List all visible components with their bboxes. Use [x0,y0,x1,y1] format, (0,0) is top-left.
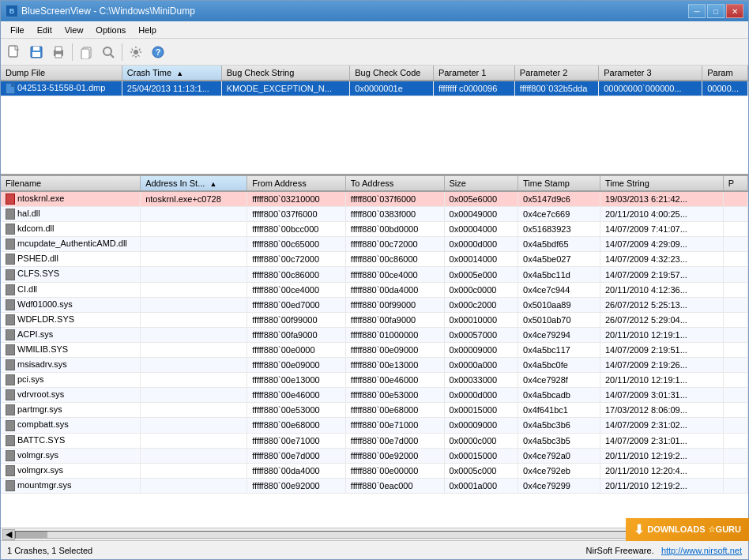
close-button[interactable]: ✕ [726,4,743,18]
module-cell: 14/07/2009 4:32:23... [600,252,723,267]
module-table: Filename Address In St... ▲ From Address… [1,176,748,494]
module-cell: mountmgr.sys [1,478,141,493]
module-table-container[interactable]: Filename Address In St... ▲ From Address… [1,176,748,528]
module-cell: 0x000c0000 [444,282,518,297]
module-cell: fffff880`00c65000 [247,237,346,252]
module-cell [141,267,247,282]
menu-options[interactable]: Options [89,23,132,37]
module-cell: 0x0000a000 [444,358,518,373]
col-param4[interactable]: Param [702,66,748,81]
crash-table-container[interactable]: Dump File Crash Time ▲ Bug Check String … [1,66,748,174]
col-param3[interactable]: Parameter 3 [599,66,702,81]
module-cell: fffff880`01000000 [345,327,444,342]
module-cell: CLFS.SYS [1,267,141,282]
toolbar-copy[interactable] [76,42,96,62]
menu-help[interactable]: Help [132,23,163,37]
lower-pane: Filename Address In St... ▲ From Address… [1,176,748,540]
toolbar-settings[interactable] [126,42,146,62]
file-icon [6,314,15,325]
table-row[interactable]: vdrvroot.sysfffff880`00e46000fffff880`00… [1,388,748,403]
col-param1[interactable]: Parameter 1 [433,66,514,81]
table-row[interactable]: volmgrx.sysfffff880`00da4000fffff880`00e… [1,463,748,478]
module-cell: fffff880`00e13000 [345,358,444,373]
module-cell: 0x00015000 [444,403,518,418]
cell-bug-check-code: 0x0000001e [350,81,434,96]
cell-param1: ffffffff c0000096 [433,81,514,96]
col-dump-file[interactable]: Dump File [1,66,122,81]
table-row[interactable]: CLFS.SYSfffff880`00c86000fffff880`00ce40… [1,267,748,282]
table-row[interactable]: BATTC.SYSfffff880`00e71000fffff880`00e7d… [1,433,748,448]
module-cell: fffff880`00fa9000 [247,327,346,342]
col-bug-check-code[interactable]: Bug Check Code [350,66,434,81]
table-row[interactable]: CI.dllfffff880`00ce4000fffff880`00da4000… [1,282,748,297]
maximize-button[interactable]: □ [707,4,725,18]
module-cell: 0x4a5be027 [518,252,600,267]
module-cell: 0x4ce792a0 [518,448,600,463]
table-row[interactable]: mcupdate_AuthenticAMD.dllfffff880`00c650… [1,237,748,252]
menu-file[interactable]: File [4,23,31,37]
table-row[interactable]: compbatt.sysfffff880`00e68000fffff880`00… [1,418,748,433]
table-row[interactable]: Wdf01000.sysfffff880`00ed7000fffff880`00… [1,297,748,312]
toolbar-new[interactable] [4,42,24,62]
file-icon [6,480,15,491]
toolbar-separator-1 [72,43,73,61]
col-address[interactable]: Address In St... ▲ [141,176,247,191]
table-row[interactable]: ACPI.sysfffff880`00fa9000fffff880`010000… [1,327,748,342]
toolbar-save[interactable] [26,42,47,62]
cell-param3: 00000000`000000... [599,81,702,96]
cell-crash-time: 25/04/2013 11:13:1... [122,81,221,96]
cell-bug-check-string: KMODE_EXCEPTION_N... [221,81,350,96]
col-crash-time[interactable]: Crash Time ▲ [122,66,221,81]
module-cell: 0x4a5bc0fe [518,358,600,373]
col-size[interactable]: Size [444,176,518,191]
col-time-string[interactable]: Time String [600,176,723,191]
col-timestamp[interactable]: Time Stamp [518,176,600,191]
table-row[interactable]: partmgr.sysfffff880`00e53000fffff880`00e… [1,403,748,418]
table-row[interactable]: kdcom.dllfffff880`00bcc000fffff880`00bd0… [1,222,748,237]
toolbar-print[interactable] [48,42,69,62]
col-param2[interactable]: Parameter 2 [514,66,598,81]
toolbar: ? [1,39,748,66]
module-cell: fffff880`00da4000 [345,282,444,297]
module-cell: fffff880`00e09000 [345,342,444,357]
module-cell: 0x00010000 [444,312,518,327]
table-row[interactable]: hal.dllfffff800`037f6000fffff800`0383f00… [1,207,748,222]
table-row[interactable]: ntoskrnl.exentoskrnl.exe+c0728fffff800`0… [1,191,748,207]
table-row[interactable]: pci.sysfffff880`00e13000fffff880`00e4600… [1,373,748,388]
module-table-header: Filename Address In St... ▲ From Address… [1,176,748,191]
module-cell [141,433,247,448]
table-row[interactable]: WDFLDR.SYSfffff880`00f99000fffff880`00fa… [1,312,748,327]
module-cell: 14/07/2009 7:41:07... [600,222,723,237]
status-center: NirSoft Freeware. http://www.nirsoft.net [586,546,742,555]
table-row[interactable]: PSHED.dllfffff880`00c72000fffff880`00c86… [1,252,748,267]
table-row[interactable]: msisadrv.sysfffff880`00e09000fffff880`00… [1,358,748,373]
module-cell: 0x4a5bcadb [518,388,600,403]
file-icon [6,224,15,235]
col-from-address[interactable]: From Address [247,176,346,191]
module-cell: pci.sys [1,373,141,388]
table-row[interactable]: volmgr.sysfffff880`00e7d000fffff880`00e9… [1,448,748,463]
module-cell [723,312,747,327]
status-link[interactable]: http://www.nirsoft.net [661,546,742,555]
module-cell: fffff880`00e00000 [345,463,444,478]
table-row[interactable]: WMILIB.SYSfffff880`00e0000fffff880`00e09… [1,342,748,357]
col-p[interactable]: P [723,176,747,191]
minimize-button[interactable]: ─ [688,4,706,18]
toolbar-help[interactable]: ? [148,42,168,62]
module-cell [723,373,747,388]
toolbar-search[interactable] [98,42,119,62]
module-cell [141,403,247,418]
col-to-address[interactable]: To Address [345,176,444,191]
table-row[interactable]: 042513-51558-01.dmp 25/04/2013 11:13:1..… [1,81,748,96]
cell-dump-file: 042513-51558-01.dmp [1,81,122,96]
module-cell: 0x4ce79294 [518,327,600,342]
hscroll-thumb[interactable] [16,532,47,538]
col-filename[interactable]: Filename [1,176,141,191]
table-row[interactable]: mountmgr.sysfffff880`00e92000fffff880`0e… [1,478,748,493]
menu-edit[interactable]: Edit [31,23,58,37]
col-bug-check-string[interactable]: Bug Check String [221,66,350,81]
scroll-left-btn[interactable]: ◀ [2,529,15,540]
module-cell: fffff880`00fa9000 [345,312,444,327]
menu-view[interactable]: View [58,23,90,37]
status-nirsoft: NirSoft Freeware. [586,546,654,555]
